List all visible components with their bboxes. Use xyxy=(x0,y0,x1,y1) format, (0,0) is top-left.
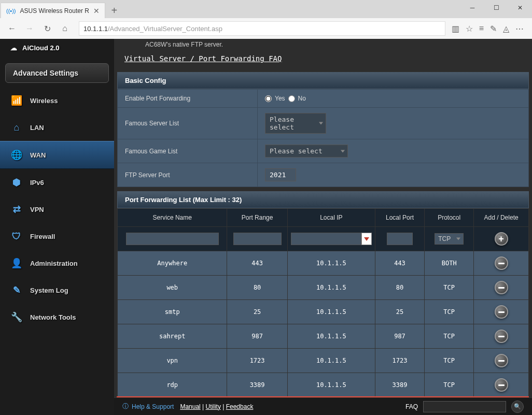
globe-icon: 🌐 xyxy=(10,149,23,161)
person-icon: 👤 xyxy=(10,257,23,269)
enable-pf-no-radio[interactable] xyxy=(288,95,295,102)
sidebar-item-ipv6[interactable]: ⬢IPv6 xyxy=(0,169,114,196)
favorite-icon[interactable]: ☆ xyxy=(466,24,473,34)
col-ip: Local IP xyxy=(287,209,375,227)
help-support[interactable]: ⓘ Help & Support xyxy=(122,402,174,411)
sidebar-item-administration[interactable]: 👤Administration xyxy=(0,250,114,277)
cell-ip: 10.1.1.5 xyxy=(287,324,375,349)
delete-button[interactable] xyxy=(495,378,508,392)
sidebar-item-wireless[interactable]: 📶Wireless xyxy=(0,87,114,114)
famous-game-label: Famous Game List xyxy=(118,139,258,163)
advanced-settings-header: Advanced Settings xyxy=(5,63,109,83)
share-icon[interactable]: ◬ xyxy=(503,24,509,34)
new-range-input[interactable] xyxy=(233,233,282,245)
close-tab-icon[interactable]: ✕ xyxy=(93,7,100,15)
maximize-button[interactable]: ☐ xyxy=(484,0,508,16)
footer: ⓘ Help & Support Manual | Utility | Feed… xyxy=(114,397,532,415)
table-row: sahrept98710.1.1.5987TCP xyxy=(118,324,529,349)
shield-icon: 🛡 xyxy=(10,230,23,242)
basic-config-header: Basic Config xyxy=(117,72,529,89)
col-port: Local Port xyxy=(375,209,424,227)
col-range: Port Range xyxy=(227,209,287,227)
tools-icon: 🔧 xyxy=(10,311,23,323)
sidebar-item-wan[interactable]: 🌐WAN xyxy=(0,141,114,169)
delete-button[interactable] xyxy=(495,354,508,367)
manual-link[interactable]: Manual xyxy=(180,403,200,410)
sidebar-item-network-tools[interactable]: 🔧Network Tools xyxy=(0,304,114,331)
cell-port: 25 xyxy=(375,300,424,324)
reading-view-icon[interactable]: ▥ xyxy=(452,24,459,34)
enable-pf-yes-radio[interactable] xyxy=(265,95,272,102)
famous-game-select[interactable]: Please select xyxy=(265,145,348,158)
ftp-port-input[interactable] xyxy=(265,168,296,181)
delete-button[interactable] xyxy=(495,330,508,343)
cell-service: Anywhere xyxy=(118,251,227,276)
delete-button[interactable] xyxy=(495,281,508,294)
delete-button[interactable] xyxy=(495,256,508,270)
cell-range: 443 xyxy=(227,251,287,276)
sidebar-item-system-log[interactable]: ✎System Log xyxy=(0,277,114,304)
minimize-button[interactable]: ─ xyxy=(460,0,484,16)
cell-proto: TCP xyxy=(425,300,474,324)
cell-ip: 10.1.1.5 xyxy=(287,349,375,373)
utility-link[interactable]: Utility xyxy=(206,403,221,410)
ip-dropdown-button[interactable] xyxy=(361,233,372,245)
hub-icon[interactable]: ≡ xyxy=(479,24,484,34)
wifi-icon: 📶 xyxy=(10,94,23,107)
ipv6-icon: ⬢ xyxy=(10,176,23,189)
sidebar-item-lan[interactable]: ⌂LAN xyxy=(0,114,114,141)
new-ip-input[interactable] xyxy=(291,233,361,245)
cell-proto: TCP xyxy=(425,324,474,349)
cell-range: 25 xyxy=(227,300,287,324)
url-host: 10.1.1.1 xyxy=(83,25,108,33)
cell-service: smtp xyxy=(118,300,227,324)
feedback-link[interactable]: Feedback xyxy=(226,403,254,410)
cell-proto: TCP xyxy=(425,373,474,397)
cell-port: 1723 xyxy=(375,349,424,373)
col-service: Service Name xyxy=(118,209,227,227)
home-button[interactable]: ⌂ xyxy=(57,21,73,36)
sidebar-item-vpn[interactable]: ⇄VPN xyxy=(0,196,114,223)
new-proto-select[interactable]: TCP xyxy=(435,233,464,245)
cell-port: 443 xyxy=(375,251,424,276)
aicloud-link[interactable]: ☁ AiCloud 2.0 xyxy=(0,39,114,57)
table-row: vpn172310.1.1.51723TCP xyxy=(118,349,529,373)
refresh-button[interactable]: ↻ xyxy=(39,21,55,36)
cell-ip: 10.1.1.5 xyxy=(287,251,375,276)
cell-service: sahrept xyxy=(118,324,227,349)
cell-service: vpn xyxy=(118,349,227,373)
search-button[interactable]: 🔍 xyxy=(511,400,524,413)
sidebar: ☁ AiCloud 2.0 Advanced Settings 📶Wireles… xyxy=(0,39,114,415)
port-forwarding-table: Service Name Port Range Local IP Local P… xyxy=(117,208,529,415)
browser-tab[interactable]: ((•)) ASUS Wireless Router R ✕ xyxy=(1,3,105,18)
new-service-input[interactable] xyxy=(126,233,219,245)
cell-port: 3389 xyxy=(375,373,424,397)
basic-config-table: Enable Port Forwarding Yes No Famous Ser… xyxy=(117,89,529,187)
forward-button[interactable]: → xyxy=(22,21,37,36)
faq-label: FAQ xyxy=(405,403,418,410)
new-tab-button[interactable]: + xyxy=(105,3,123,18)
tab-title: ASUS Wireless Router R xyxy=(20,7,89,15)
notes-icon[interactable]: ✎ xyxy=(490,24,497,34)
cloud-icon: ☁ xyxy=(10,44,17,52)
famous-server-select[interactable]: Please select xyxy=(265,113,326,134)
sidebar-item-firewall[interactable]: 🛡Firewall xyxy=(0,223,114,250)
more-icon[interactable]: ⋯ xyxy=(515,24,524,34)
url-path: /Advanced_VirtualServer_Content.asp xyxy=(108,25,222,33)
back-button[interactable]: ← xyxy=(4,21,20,36)
close-window-button[interactable]: ✕ xyxy=(508,0,532,16)
intro-text: AC68W's native FTP server. xyxy=(114,39,532,52)
add-button[interactable] xyxy=(495,232,508,246)
cell-ip: 10.1.1.5 xyxy=(287,373,375,397)
faq-link[interactable]: Virtual Server / Port Forwarding FAQ xyxy=(114,52,532,69)
vpn-icon: ⇄ xyxy=(10,203,23,216)
address-bar[interactable]: 10.1.1.1/Advanced_VirtualServer_Content.… xyxy=(79,21,445,36)
wifi-icon: ((•)) xyxy=(6,8,16,14)
log-icon: ✎ xyxy=(10,284,23,296)
col-action: Add / Delete xyxy=(474,209,529,227)
new-port-input[interactable] xyxy=(387,233,412,245)
col-proto: Protocol xyxy=(425,209,474,227)
delete-button[interactable] xyxy=(495,305,508,319)
enable-pf-label: Enable Port Forwarding xyxy=(118,90,258,108)
faq-search-input[interactable] xyxy=(423,401,506,412)
